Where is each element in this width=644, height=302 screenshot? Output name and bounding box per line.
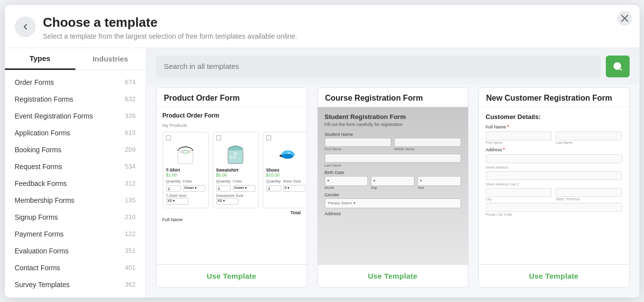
svg-point-12 xyxy=(282,154,293,158)
card-preview-0: Product Order Form My Products T-S xyxy=(157,107,307,265)
modal-body: Types Industries Order Forms674Registrat… xyxy=(5,48,640,298)
sidebar-item-5[interactable]: Request Forms534 xyxy=(5,158,146,175)
use-template-button-0[interactable]: Use Template xyxy=(157,265,307,287)
svg-point-13 xyxy=(288,152,290,154)
search-input[interactable] xyxy=(156,56,601,77)
sidebar-item-9[interactable]: Payment Forms122 xyxy=(5,226,146,242)
modal-container: Choose a template Select a template from… xyxy=(5,5,640,298)
sidebar-item-8[interactable]: Signup Forms210 xyxy=(5,209,146,226)
sidebar: Types Industries Order Forms674Registrat… xyxy=(5,48,146,298)
header-text: Choose a template Select a template from… xyxy=(43,15,297,40)
card-new-customer-registration-form: New Customer Registration Form Customer … xyxy=(478,87,630,288)
tab-row: Types Industries xyxy=(5,48,146,70)
sidebar-item-12[interactable]: Survey Templates362 xyxy=(5,276,146,293)
modal-subtitle: Select a template from the largest selec… xyxy=(43,32,297,40)
back-button[interactable] xyxy=(15,16,36,37)
sidebar-item-11[interactable]: Contact Forms401 xyxy=(5,259,146,276)
sidebar-item-2[interactable]: Event Registration Forms326 xyxy=(5,108,146,124)
sidebar-list: Order Forms674Registration Forms632Event… xyxy=(5,70,146,298)
card-title-0: Product Order Form xyxy=(157,88,307,107)
close-button[interactable] xyxy=(617,11,632,26)
svg-text:✿: ✿ xyxy=(234,152,237,155)
card-course-registration-form: Course Registration Form Student Registr… xyxy=(317,87,468,288)
card-preview-2: Customer Details: Full Name * First Name… xyxy=(479,107,629,265)
card-title-1: Course Registration Form xyxy=(318,88,468,107)
sidebar-item-7[interactable]: Membership Forms135 xyxy=(5,192,146,209)
sidebar-item-3[interactable]: Application Forms613 xyxy=(5,124,146,141)
card-preview-1: Student Registration Form Fill out the f… xyxy=(318,107,468,265)
modal-title: Choose a template xyxy=(43,15,297,30)
search-button[interactable] xyxy=(606,56,630,77)
tab-industries[interactable]: Industries xyxy=(75,48,146,69)
sidebar-item-10[interactable]: Evaluation Forms351 xyxy=(5,242,146,259)
sidebar-item-0[interactable]: Order Forms674 xyxy=(5,74,146,91)
svg-point-5 xyxy=(182,150,188,153)
sidebar-item-6[interactable]: Feedback Forms312 xyxy=(5,175,146,192)
svg-line-3 xyxy=(619,68,621,70)
search-bar-row xyxy=(146,48,640,85)
cards-area: Product Order Form Product Order Form My… xyxy=(146,85,640,298)
tab-types[interactable]: Types xyxy=(5,48,75,70)
use-template-button-1[interactable]: Use Template xyxy=(318,265,468,287)
card-product-order-form: Product Order Form Product Order Form My… xyxy=(156,87,307,288)
main-content: Product Order Form Product Order Form My… xyxy=(146,48,640,298)
modal-header: Choose a template Select a template from… xyxy=(5,5,640,48)
sidebar-item-4[interactable]: Booking Forms209 xyxy=(5,141,146,158)
sidebar-item-1[interactable]: Registration Forms632 xyxy=(5,91,146,108)
card-title-2: New Customer Registration Form xyxy=(479,88,629,107)
use-template-button-2[interactable]: Use Template xyxy=(479,265,629,287)
svg-text:✿✿: ✿✿ xyxy=(230,155,236,160)
